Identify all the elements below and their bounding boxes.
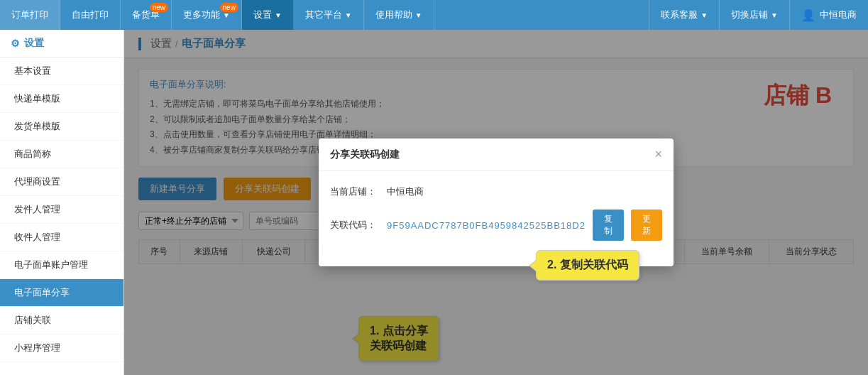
modal-header: 分享关联码创建 × (319, 138, 674, 171)
modal-overlay: 分享关联码创建 × 当前店铺： 中恒电商 关联代码： 9F59AADC7787B… (124, 30, 868, 375)
tooltip2-text: 2. 复制关联代码 (547, 259, 628, 271)
sidebar-item-express-template[interactable]: 快递单模版 (0, 85, 123, 113)
modal-code-row: 关联代码： 9F59AADC7787B0FB4959842525BB18D2 复… (330, 210, 662, 241)
sidebar-title: 设置 (24, 37, 44, 50)
gear-icon: ⚙ (11, 38, 20, 49)
copy-button[interactable]: 复制 (593, 210, 624, 241)
new-badge: new (220, 3, 238, 12)
modal-code-actions: 9F59AADC7787B0FB4959842525BB18D2 复制 更新 (387, 210, 662, 241)
nav-free-print[interactable]: 自由打印 (60, 0, 121, 30)
nav-prepare-goods[interactable]: 备货单 new (121, 0, 172, 30)
sidebar-item-mini-program[interactable]: 小程序管理 (0, 335, 123, 362)
update-button[interactable]: 更新 (631, 210, 662, 241)
sidebar-item-shipper-mgmt[interactable]: 发件人管理 (0, 196, 123, 224)
new-badge: new (150, 3, 168, 12)
sidebar-item-label: 收件人管理 (14, 232, 60, 242)
sidebar-item-label: 电子面单分享 (14, 287, 70, 298)
sidebar-item-label: 商品简称 (14, 148, 51, 159)
content-area: 设置 / 电子面单分享 电子面单分享说明: 1、无需绑定店铺，即可将菜鸟电子面单… (124, 30, 868, 375)
modal-code-label: 关联代码： (330, 219, 387, 232)
modal-store-row: 当前店铺： 中恒电商 (330, 185, 662, 198)
sidebar-item-label: 发货单模版 (14, 121, 60, 131)
modal-code-value: 9F59AADC7787B0FB4959842525BB18D2 (387, 220, 586, 231)
nav-label: 使用帮助 (375, 9, 412, 21)
sidebar-item-label: 发件人管理 (14, 204, 60, 214)
sidebar-item-basic-settings[interactable]: 基本设置 (0, 58, 123, 85)
sidebar-item-product-name[interactable]: 商品简称 (0, 141, 123, 168)
modal-store-value: 中恒电商 (387, 185, 424, 198)
nav-label: 切换店铺 (731, 9, 768, 21)
nav-label: 更多功能 (183, 9, 220, 21)
sidebar-item-eface-account[interactable]: 电子面单账户管理 (0, 251, 123, 279)
top-nav: 订单打印 自由打印 备货单 new 更多功能 new ▼ 设置 ▼ 其它平台 ▼… (0, 0, 868, 30)
nav-contact-service[interactable]: 联系客服 ▼ (649, 0, 719, 30)
sidebar-item-receiver-mgmt[interactable]: 收件人管理 (0, 224, 123, 251)
sidebar-item-label: 代理商设置 (14, 176, 60, 187)
nav-switch-store[interactable]: 切换店铺 ▼ (719, 0, 789, 30)
sidebar-item-label: 电子面单账户管理 (14, 259, 88, 270)
tooltip-2: 2. 复制关联代码 (536, 250, 639, 281)
nav-label: 设置 (253, 9, 272, 21)
chevron-down-icon: ▼ (223, 11, 230, 19)
nav-more-functions[interactable]: 更多功能 new ▼ (172, 0, 242, 30)
sidebar-item-agent-settings[interactable]: 代理商设置 (0, 168, 123, 196)
sidebar-item-label: 店铺关联 (14, 315, 51, 325)
chevron-down-icon: ▼ (275, 11, 282, 19)
sidebar-item-label: 基本设置 (14, 65, 51, 76)
modal-title: 分享关联码创建 (330, 148, 400, 161)
sidebar-item-store-link[interactable]: 店铺关联 (0, 307, 123, 335)
nav-right: 联系客服 ▼ 切换店铺 ▼ 👤 中恒电商 (649, 0, 868, 30)
modal: 分享关联码创建 × 当前店铺： 中恒电商 关联代码： 9F59AADC7787B… (319, 138, 674, 266)
nav-order-print[interactable]: 订单打印 (0, 0, 60, 30)
sidebar: ⚙ 设置 基本设置 快递单模版 发货单模版 商品简称 代理商设置 发件人管理 收… (0, 30, 124, 375)
sidebar-item-label: 快递单模版 (14, 93, 60, 104)
user-icon: 👤 (801, 9, 815, 22)
modal-close-button[interactable]: × (654, 147, 662, 162)
nav-label: 中恒电商 (820, 9, 857, 21)
nav-label: 自由打印 (72, 9, 109, 21)
chevron-down-icon: ▼ (345, 11, 352, 19)
modal-store-label: 当前店铺： (330, 185, 387, 198)
sidebar-header: ⚙ 设置 (0, 30, 123, 58)
main-layout: ⚙ 设置 基本设置 快递单模版 发货单模版 商品简称 代理商设置 发件人管理 收… (0, 30, 868, 375)
sidebar-item-label: 小程序管理 (14, 342, 60, 353)
sidebar-item-eface-share[interactable]: 电子面单分享 (0, 279, 123, 307)
nav-label: 订单打印 (11, 9, 48, 21)
chevron-down-icon: ▼ (771, 11, 778, 19)
nav-settings[interactable]: 设置 ▼ (242, 0, 294, 30)
nav-label: 联系客服 (661, 9, 698, 21)
chevron-down-icon: ▼ (701, 11, 708, 19)
sidebar-item-ship-template[interactable]: 发货单模版 (0, 113, 123, 141)
chevron-down-icon: ▼ (415, 11, 422, 19)
nav-help[interactable]: 使用帮助 ▼ (364, 0, 434, 30)
nav-other-platforms[interactable]: 其它平台 ▼ (294, 0, 364, 30)
nav-label: 其它平台 (305, 9, 342, 21)
nav-user[interactable]: 👤 中恒电商 (789, 0, 868, 30)
